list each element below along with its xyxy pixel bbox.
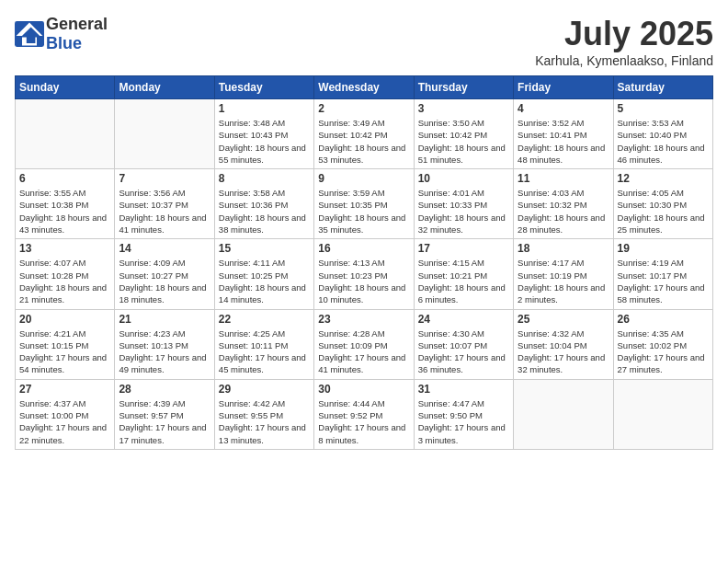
day-number: 1: [219, 102, 310, 115]
logo-blue: Blue: [46, 34, 82, 52]
day-number: 21: [119, 313, 210, 326]
day-info: Sunrise: 3:50 AM Sunset: 10:42 PM Daylig…: [418, 117, 509, 166]
day-number: 17: [418, 242, 509, 255]
logo-general: General: [46, 15, 108, 33]
day-info: Sunrise: 4:44 AM Sunset: 9:52 PM Dayligh…: [318, 397, 409, 446]
day-info: Sunrise: 3:59 AM Sunset: 10:35 PM Daylig…: [318, 187, 409, 236]
day-of-week-header: Thursday: [414, 76, 513, 99]
day-number: 26: [618, 313, 709, 326]
day-info: Sunrise: 4:19 AM Sunset: 10:17 PM Daylig…: [618, 257, 709, 305]
calendar-day-cell: 13Sunrise: 4:07 AM Sunset: 10:28 PM Dayl…: [16, 239, 115, 309]
calendar-day-cell: 28Sunrise: 4:39 AM Sunset: 9:57 PM Dayli…: [115, 379, 214, 449]
day-info: Sunrise: 4:23 AM Sunset: 10:13 PM Daylig…: [119, 327, 210, 376]
calendar-day-cell: 10Sunrise: 4:01 AM Sunset: 10:33 PM Dayl…: [414, 169, 513, 239]
location-title: Karhula, Kymenlaakso, Finland: [535, 53, 713, 68]
calendar-day-cell: 20Sunrise: 4:21 AM Sunset: 10:15 PM Dayl…: [16, 309, 115, 379]
day-info: Sunrise: 4:42 AM Sunset: 9:55 PM Dayligh…: [219, 397, 310, 446]
day-number: 19: [618, 242, 709, 255]
day-of-week-header: Monday: [115, 76, 214, 99]
calendar-day-cell: 16Sunrise: 4:13 AM Sunset: 10:23 PM Dayl…: [314, 239, 414, 309]
calendar-day-cell: 12Sunrise: 4:05 AM Sunset: 10:30 PM Dayl…: [613, 169, 712, 239]
logo: General Blue: [15, 15, 108, 53]
calendar-day-cell: 31Sunrise: 4:47 AM Sunset: 9:50 PM Dayli…: [414, 379, 513, 449]
calendar-day-cell: 4Sunrise: 3:52 AM Sunset: 10:41 PM Dayli…: [514, 99, 613, 169]
day-number: 12: [618, 172, 709, 185]
day-number: 8: [219, 172, 310, 185]
day-number: 23: [318, 313, 409, 326]
calendar-day-cell: [514, 379, 613, 449]
calendar-week-row: 27Sunrise: 4:37 AM Sunset: 10:00 PM Dayl…: [16, 379, 713, 449]
day-number: 2: [318, 102, 409, 115]
day-info: Sunrise: 4:15 AM Sunset: 10:21 PM Daylig…: [418, 257, 509, 305]
calendar-day-cell: 17Sunrise: 4:15 AM Sunset: 10:21 PM Dayl…: [414, 239, 513, 309]
calendar-day-cell: 1Sunrise: 3:48 AM Sunset: 10:43 PM Dayli…: [214, 99, 313, 169]
calendar-day-cell: 21Sunrise: 4:23 AM Sunset: 10:13 PM Dayl…: [115, 309, 214, 379]
day-number: 16: [318, 242, 409, 255]
calendar-day-cell: 3Sunrise: 3:50 AM Sunset: 10:42 PM Dayli…: [414, 99, 513, 169]
day-info: Sunrise: 4:47 AM Sunset: 9:50 PM Dayligh…: [418, 397, 509, 446]
day-info: Sunrise: 4:28 AM Sunset: 10:09 PM Daylig…: [318, 327, 409, 376]
calendar-day-cell: 19Sunrise: 4:19 AM Sunset: 10:17 PM Dayl…: [613, 239, 712, 309]
calendar-day-cell: 9Sunrise: 3:59 AM Sunset: 10:35 PM Dayli…: [314, 169, 414, 239]
day-of-week-header: Friday: [514, 76, 613, 99]
calendar-day-cell: 29Sunrise: 4:42 AM Sunset: 9:55 PM Dayli…: [214, 379, 313, 449]
day-number: 25: [518, 313, 609, 326]
calendar-day-cell: 24Sunrise: 4:30 AM Sunset: 10:07 PM Dayl…: [414, 309, 513, 379]
calendar-day-cell: 22Sunrise: 4:25 AM Sunset: 10:11 PM Dayl…: [214, 309, 313, 379]
day-info: Sunrise: 3:52 AM Sunset: 10:41 PM Daylig…: [518, 117, 609, 166]
calendar-day-cell: 25Sunrise: 4:32 AM Sunset: 10:04 PM Dayl…: [514, 309, 613, 379]
calendar-week-row: 1Sunrise: 3:48 AM Sunset: 10:43 PM Dayli…: [16, 99, 713, 169]
day-of-week-header: Saturday: [613, 76, 712, 99]
calendar-day-cell: 15Sunrise: 4:11 AM Sunset: 10:25 PM Dayl…: [214, 239, 313, 309]
day-number: 18: [518, 242, 609, 255]
day-info: Sunrise: 3:53 AM Sunset: 10:40 PM Daylig…: [618, 117, 709, 166]
day-info: Sunrise: 4:35 AM Sunset: 10:02 PM Daylig…: [618, 327, 709, 376]
calendar-day-cell: 30Sunrise: 4:44 AM Sunset: 9:52 PM Dayli…: [314, 379, 414, 449]
day-number: 11: [518, 172, 609, 185]
day-number: 27: [19, 383, 110, 396]
day-of-week-header: Tuesday: [214, 76, 313, 99]
day-info: Sunrise: 4:09 AM Sunset: 10:27 PM Daylig…: [119, 257, 210, 305]
day-number: 13: [19, 242, 110, 255]
day-number: 31: [418, 383, 509, 396]
logo-text: General Blue: [46, 15, 108, 53]
logo-icon: [15, 21, 44, 47]
day-info: Sunrise: 3:58 AM Sunset: 10:36 PM Daylig…: [219, 187, 310, 236]
day-number: 5: [618, 102, 709, 115]
calendar-day-cell: 7Sunrise: 3:56 AM Sunset: 10:37 PM Dayli…: [115, 169, 214, 239]
day-info: Sunrise: 4:05 AM Sunset: 10:30 PM Daylig…: [618, 187, 709, 236]
day-number: 24: [418, 313, 509, 326]
day-info: Sunrise: 4:30 AM Sunset: 10:07 PM Daylig…: [418, 327, 509, 376]
day-info: Sunrise: 4:13 AM Sunset: 10:23 PM Daylig…: [318, 257, 409, 305]
calendar-week-row: 6Sunrise: 3:55 AM Sunset: 10:38 PM Dayli…: [16, 169, 713, 239]
calendar-day-cell: [613, 379, 712, 449]
page-header: General Blue July 2025 Karhula, Kymenlaa…: [15, 15, 713, 68]
day-number: 28: [119, 383, 210, 396]
calendar-day-cell: 6Sunrise: 3:55 AM Sunset: 10:38 PM Dayli…: [16, 169, 115, 239]
calendar-day-cell: 11Sunrise: 4:03 AM Sunset: 10:32 PM Dayl…: [514, 169, 613, 239]
day-info: Sunrise: 4:21 AM Sunset: 10:15 PM Daylig…: [19, 327, 110, 376]
calendar-day-cell: [115, 99, 214, 169]
day-info: Sunrise: 4:03 AM Sunset: 10:32 PM Daylig…: [518, 187, 609, 236]
calendar-day-cell: 18Sunrise: 4:17 AM Sunset: 10:19 PM Dayl…: [514, 239, 613, 309]
day-info: Sunrise: 4:39 AM Sunset: 9:57 PM Dayligh…: [119, 397, 210, 446]
day-number: 7: [119, 172, 210, 185]
day-number: 6: [19, 172, 110, 185]
calendar-day-cell: 8Sunrise: 3:58 AM Sunset: 10:36 PM Dayli…: [214, 169, 313, 239]
day-number: 14: [119, 242, 210, 255]
day-number: 3: [418, 102, 509, 115]
day-number: 22: [219, 313, 310, 326]
day-of-week-header: Sunday: [16, 76, 115, 99]
day-info: Sunrise: 4:07 AM Sunset: 10:28 PM Daylig…: [19, 257, 110, 305]
calendar-day-cell: 14Sunrise: 4:09 AM Sunset: 10:27 PM Dayl…: [115, 239, 214, 309]
day-info: Sunrise: 4:25 AM Sunset: 10:11 PM Daylig…: [219, 327, 310, 376]
day-of-week-header: Wednesday: [314, 76, 414, 99]
day-number: 29: [219, 383, 310, 396]
day-info: Sunrise: 4:11 AM Sunset: 10:25 PM Daylig…: [219, 257, 310, 305]
day-number: 20: [19, 313, 110, 326]
day-info: Sunrise: 4:37 AM Sunset: 10:00 PM Daylig…: [19, 397, 110, 446]
day-info: Sunrise: 3:55 AM Sunset: 10:38 PM Daylig…: [19, 187, 110, 236]
day-number: 10: [418, 172, 509, 185]
day-number: 15: [219, 242, 310, 255]
calendar-day-cell: 26Sunrise: 4:35 AM Sunset: 10:02 PM Dayl…: [613, 309, 712, 379]
